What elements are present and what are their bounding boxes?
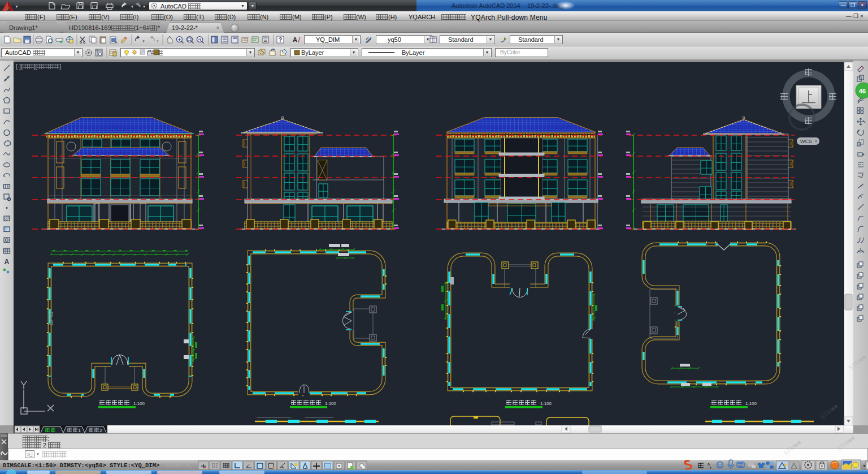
svg-text:1:100: 1:100 [745, 401, 757, 406]
svg-text:1:100: 1:100 [540, 401, 552, 406]
svg-text:WCS: WCS [800, 139, 812, 144]
svg-text:A: A [293, 36, 297, 43]
svg-text:?: ? [279, 37, 282, 43]
svg-text:STM■■: STM■■ [836, 434, 856, 453]
svg-text:▼: ▼ [156, 40, 159, 43]
svg-text:▼: ▼ [142, 5, 146, 8]
svg-text:STM■■: STM■■ [847, 354, 867, 372]
svg-text:▼: ▼ [814, 140, 818, 143]
svg-text:A: A [5, 258, 10, 266]
svg-text:1: 1 [78, 428, 81, 433]
svg-text:STM■■: STM■■ [819, 403, 839, 421]
svg-text:STM■■: STM■■ [782, 439, 802, 457]
svg-text:2: 2 [99, 428, 102, 433]
svg-text:▼: ▼ [142, 40, 145, 43]
svg-text:1:100: 1:100 [325, 401, 337, 406]
svg-text:1:100: 1:100 [133, 401, 145, 406]
svg-text:46: 46 [859, 88, 866, 94]
svg-text:°,: °, [708, 463, 711, 469]
svg-text:▼: ▼ [15, 5, 19, 8]
svg-text:▼: ▼ [131, 5, 134, 8]
